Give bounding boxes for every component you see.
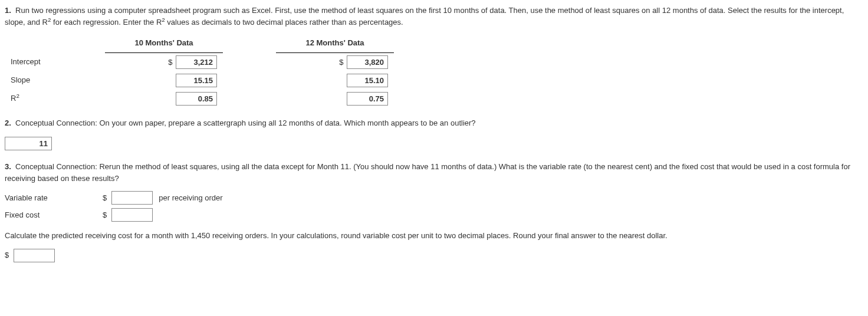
r2-12m-input[interactable] xyxy=(347,92,388,106)
dollar-sign: $ xyxy=(168,58,172,67)
q1-text-c: values as decimals to two decimal places… xyxy=(165,18,403,27)
variable-rate-row: Variable rate $ per receiving order xyxy=(5,191,863,205)
variable-rate-unit: per receiving order xyxy=(159,192,222,204)
slope-12m-input[interactable] xyxy=(347,74,388,87)
q1-number: 1. xyxy=(5,6,11,15)
variable-rate-input[interactable] xyxy=(111,191,153,205)
q3-number: 3. xyxy=(5,162,11,171)
col-header-12m: 12 Months' Data xyxy=(276,35,394,52)
dollar-sign: $ xyxy=(103,192,107,204)
fixed-cost-row: Fixed cost $ xyxy=(5,208,863,222)
dollar-sign: $ xyxy=(5,249,9,261)
row-slope: Slope xyxy=(5,71,394,90)
slope-label: Slope xyxy=(5,71,105,90)
fixed-cost-input[interactable] xyxy=(111,208,153,222)
row-intercept: Intercept $ $ xyxy=(5,52,394,71)
intercept-label: Intercept xyxy=(5,52,105,71)
predict-text: Calculate the predicted receiving cost f… xyxy=(5,230,863,242)
predicted-cost-row: $ xyxy=(5,249,863,262)
intercept-12m-input[interactable] xyxy=(347,55,388,69)
regression-table: 10 Months' Data 12 Months' Data Intercep… xyxy=(5,35,863,108)
predicted-cost-input[interactable] xyxy=(14,249,55,262)
r2-10m-input[interactable] xyxy=(176,92,217,106)
question-3-text: 3. Conceptual Connection: Rerun the meth… xyxy=(5,161,863,184)
row-r2: R2 xyxy=(5,90,394,108)
question-2-text: 2. Conceptual Connection: On your own pa… xyxy=(5,117,863,129)
q1-text-b: for each regression. Enter the R xyxy=(51,18,162,27)
r2-label: R2 xyxy=(5,90,105,108)
dollar-sign: $ xyxy=(103,209,107,221)
fixed-cost-label: Fixed cost xyxy=(5,209,99,221)
slope-10m-input[interactable] xyxy=(176,74,217,87)
intercept-10m-input[interactable] xyxy=(176,55,217,69)
variable-rate-label: Variable rate xyxy=(5,192,99,204)
question-1-text: 1. Run two regressions using a computer … xyxy=(5,5,863,28)
outlier-month-input[interactable] xyxy=(5,137,52,150)
q2-text: Conceptual Connection: On your own paper… xyxy=(15,119,475,127)
q3-text: Conceptual Connection: Rerun the method … xyxy=(5,162,850,183)
dollar-sign: $ xyxy=(339,58,343,67)
q2-number: 2. xyxy=(5,119,11,127)
col-header-10m: 10 Months' Data xyxy=(105,35,223,52)
